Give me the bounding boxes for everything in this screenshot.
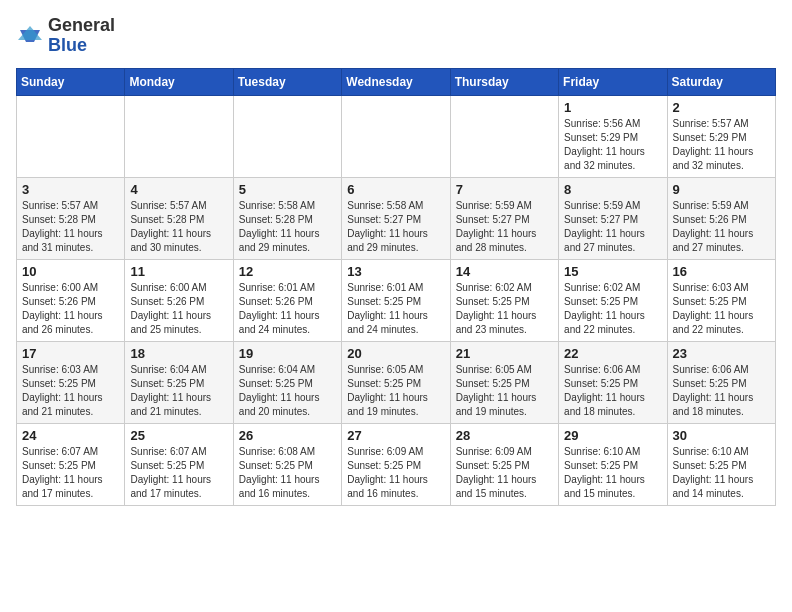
calendar-cell: 1Sunrise: 5:56 AM Sunset: 5:29 PM Daylig… (559, 95, 667, 177)
calendar-cell: 14Sunrise: 6:02 AM Sunset: 5:25 PM Dayli… (450, 259, 558, 341)
day-number: 4 (130, 182, 227, 197)
day-info: Sunrise: 5:59 AM Sunset: 5:27 PM Dayligh… (564, 199, 661, 255)
calendar-cell (450, 95, 558, 177)
day-info: Sunrise: 6:00 AM Sunset: 5:26 PM Dayligh… (130, 281, 227, 337)
day-info: Sunrise: 5:59 AM Sunset: 5:26 PM Dayligh… (673, 199, 770, 255)
day-number: 6 (347, 182, 444, 197)
weekday-header-tuesday: Tuesday (233, 68, 341, 95)
day-number: 14 (456, 264, 553, 279)
calendar-cell: 7Sunrise: 5:59 AM Sunset: 5:27 PM Daylig… (450, 177, 558, 259)
day-number: 23 (673, 346, 770, 361)
calendar-cell: 5Sunrise: 5:58 AM Sunset: 5:28 PM Daylig… (233, 177, 341, 259)
day-number: 20 (347, 346, 444, 361)
calendar-cell (233, 95, 341, 177)
day-info: Sunrise: 6:04 AM Sunset: 5:25 PM Dayligh… (239, 363, 336, 419)
page-header: General Blue (16, 16, 776, 56)
day-number: 13 (347, 264, 444, 279)
day-number: 28 (456, 428, 553, 443)
calendar-cell: 17Sunrise: 6:03 AM Sunset: 5:25 PM Dayli… (17, 341, 125, 423)
logo-blue: Blue (48, 35, 87, 55)
calendar-cell: 29Sunrise: 6:10 AM Sunset: 5:25 PM Dayli… (559, 423, 667, 505)
calendar-cell: 27Sunrise: 6:09 AM Sunset: 5:25 PM Dayli… (342, 423, 450, 505)
calendar-cell: 15Sunrise: 6:02 AM Sunset: 5:25 PM Dayli… (559, 259, 667, 341)
logo-icon (16, 22, 44, 50)
day-number: 16 (673, 264, 770, 279)
day-number: 30 (673, 428, 770, 443)
day-number: 26 (239, 428, 336, 443)
calendar-cell: 19Sunrise: 6:04 AM Sunset: 5:25 PM Dayli… (233, 341, 341, 423)
calendar-cell: 3Sunrise: 5:57 AM Sunset: 5:28 PM Daylig… (17, 177, 125, 259)
calendar-cell: 26Sunrise: 6:08 AM Sunset: 5:25 PM Dayli… (233, 423, 341, 505)
day-number: 24 (22, 428, 119, 443)
weekday-header-monday: Monday (125, 68, 233, 95)
day-info: Sunrise: 6:06 AM Sunset: 5:25 PM Dayligh… (564, 363, 661, 419)
day-info: Sunrise: 5:57 AM Sunset: 5:28 PM Dayligh… (130, 199, 227, 255)
day-number: 7 (456, 182, 553, 197)
day-info: Sunrise: 6:02 AM Sunset: 5:25 PM Dayligh… (564, 281, 661, 337)
weekday-header-sunday: Sunday (17, 68, 125, 95)
calendar-cell: 21Sunrise: 6:05 AM Sunset: 5:25 PM Dayli… (450, 341, 558, 423)
day-number: 8 (564, 182, 661, 197)
calendar-cell: 16Sunrise: 6:03 AM Sunset: 5:25 PM Dayli… (667, 259, 775, 341)
day-number: 21 (456, 346, 553, 361)
calendar-cell: 6Sunrise: 5:58 AM Sunset: 5:27 PM Daylig… (342, 177, 450, 259)
calendar-cell: 12Sunrise: 6:01 AM Sunset: 5:26 PM Dayli… (233, 259, 341, 341)
calendar-cell: 24Sunrise: 6:07 AM Sunset: 5:25 PM Dayli… (17, 423, 125, 505)
calendar-cell: 18Sunrise: 6:04 AM Sunset: 5:25 PM Dayli… (125, 341, 233, 423)
calendar-cell: 8Sunrise: 5:59 AM Sunset: 5:27 PM Daylig… (559, 177, 667, 259)
day-number: 11 (130, 264, 227, 279)
day-number: 22 (564, 346, 661, 361)
day-info: Sunrise: 6:07 AM Sunset: 5:25 PM Dayligh… (130, 445, 227, 501)
day-number: 3 (22, 182, 119, 197)
day-info: Sunrise: 5:58 AM Sunset: 5:27 PM Dayligh… (347, 199, 444, 255)
day-info: Sunrise: 6:03 AM Sunset: 5:25 PM Dayligh… (673, 281, 770, 337)
day-info: Sunrise: 5:56 AM Sunset: 5:29 PM Dayligh… (564, 117, 661, 173)
logo: General Blue (16, 16, 115, 56)
day-number: 18 (130, 346, 227, 361)
calendar-cell: 10Sunrise: 6:00 AM Sunset: 5:26 PM Dayli… (17, 259, 125, 341)
weekday-header-saturday: Saturday (667, 68, 775, 95)
day-number: 19 (239, 346, 336, 361)
day-number: 2 (673, 100, 770, 115)
day-info: Sunrise: 6:02 AM Sunset: 5:25 PM Dayligh… (456, 281, 553, 337)
day-number: 29 (564, 428, 661, 443)
weekday-header-wednesday: Wednesday (342, 68, 450, 95)
day-info: Sunrise: 6:03 AM Sunset: 5:25 PM Dayligh… (22, 363, 119, 419)
calendar-cell: 11Sunrise: 6:00 AM Sunset: 5:26 PM Dayli… (125, 259, 233, 341)
weekday-header-friday: Friday (559, 68, 667, 95)
day-info: Sunrise: 6:10 AM Sunset: 5:25 PM Dayligh… (564, 445, 661, 501)
day-info: Sunrise: 6:01 AM Sunset: 5:25 PM Dayligh… (347, 281, 444, 337)
day-number: 27 (347, 428, 444, 443)
day-number: 12 (239, 264, 336, 279)
calendar-cell (17, 95, 125, 177)
day-info: Sunrise: 6:00 AM Sunset: 5:26 PM Dayligh… (22, 281, 119, 337)
day-info: Sunrise: 6:08 AM Sunset: 5:25 PM Dayligh… (239, 445, 336, 501)
calendar-cell: 25Sunrise: 6:07 AM Sunset: 5:25 PM Dayli… (125, 423, 233, 505)
calendar-cell: 4Sunrise: 5:57 AM Sunset: 5:28 PM Daylig… (125, 177, 233, 259)
day-info: Sunrise: 6:09 AM Sunset: 5:25 PM Dayligh… (347, 445, 444, 501)
calendar-cell (342, 95, 450, 177)
calendar-cell: 30Sunrise: 6:10 AM Sunset: 5:25 PM Dayli… (667, 423, 775, 505)
calendar-cell: 2Sunrise: 5:57 AM Sunset: 5:29 PM Daylig… (667, 95, 775, 177)
calendar-cell: 22Sunrise: 6:06 AM Sunset: 5:25 PM Dayli… (559, 341, 667, 423)
day-info: Sunrise: 6:10 AM Sunset: 5:25 PM Dayligh… (673, 445, 770, 501)
day-info: Sunrise: 5:58 AM Sunset: 5:28 PM Dayligh… (239, 199, 336, 255)
weekday-header-thursday: Thursday (450, 68, 558, 95)
calendar-cell: 28Sunrise: 6:09 AM Sunset: 5:25 PM Dayli… (450, 423, 558, 505)
logo-general: General (48, 15, 115, 35)
day-info: Sunrise: 6:04 AM Sunset: 5:25 PM Dayligh… (130, 363, 227, 419)
day-info: Sunrise: 5:59 AM Sunset: 5:27 PM Dayligh… (456, 199, 553, 255)
day-number: 1 (564, 100, 661, 115)
day-info: Sunrise: 6:05 AM Sunset: 5:25 PM Dayligh… (456, 363, 553, 419)
day-info: Sunrise: 6:09 AM Sunset: 5:25 PM Dayligh… (456, 445, 553, 501)
day-info: Sunrise: 6:05 AM Sunset: 5:25 PM Dayligh… (347, 363, 444, 419)
day-info: Sunrise: 5:57 AM Sunset: 5:29 PM Dayligh… (673, 117, 770, 173)
calendar-cell: 23Sunrise: 6:06 AM Sunset: 5:25 PM Dayli… (667, 341, 775, 423)
day-info: Sunrise: 6:01 AM Sunset: 5:26 PM Dayligh… (239, 281, 336, 337)
day-info: Sunrise: 6:07 AM Sunset: 5:25 PM Dayligh… (22, 445, 119, 501)
calendar-cell: 20Sunrise: 6:05 AM Sunset: 5:25 PM Dayli… (342, 341, 450, 423)
day-number: 17 (22, 346, 119, 361)
calendar-cell (125, 95, 233, 177)
day-number: 25 (130, 428, 227, 443)
calendar-cell: 9Sunrise: 5:59 AM Sunset: 5:26 PM Daylig… (667, 177, 775, 259)
